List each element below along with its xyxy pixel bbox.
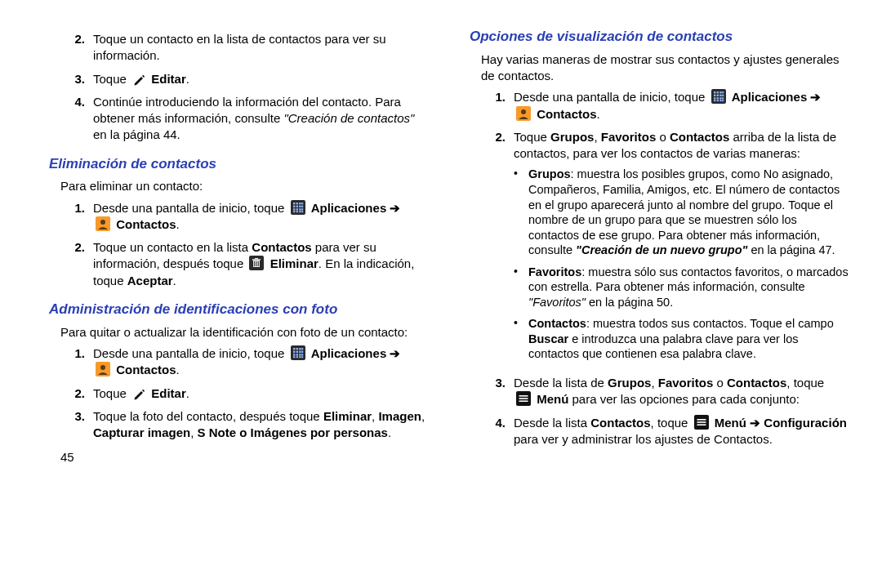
aplicaciones-label: Aplicaciones — [311, 346, 387, 360]
manual-page: 2. Toque un contacto en la lista de cont… — [0, 0, 882, 474]
step-text: Toque Editar. — [93, 385, 429, 402]
contactos-label: Contactos — [537, 107, 596, 121]
label: S Note o Imágenes por personas — [198, 425, 388, 439]
bullet-text: Grupos: muestra los posibles grupos, com… — [528, 167, 849, 257]
text: en la página 50. — [586, 296, 673, 309]
arrow: ➔ — [386, 346, 400, 360]
text: o — [656, 130, 670, 144]
text: e introduzca una palabra clave para ver … — [528, 332, 798, 361]
step-number: 2. — [49, 385, 93, 402]
text: en la página 47. — [747, 243, 835, 256]
label: Aceptar — [127, 274, 173, 287]
heading-admin: Administración de identificaciones con f… — [49, 301, 429, 319]
bullet-favoritos: • Favoritos: muestra sólo sus contactos … — [514, 265, 849, 310]
step-text: Toque un contacto en la lista Contactos … — [93, 239, 429, 289]
label: Contactos — [670, 130, 729, 144]
step-number: 4. — [470, 415, 514, 448]
step-number: 2. — [49, 239, 93, 289]
aplicaciones-label: Aplicaciones — [732, 90, 808, 104]
text: , — [651, 376, 657, 390]
step-text: Desde una pantalla de inicio, toque Apli… — [514, 89, 849, 122]
step-number: 3. — [49, 71, 93, 87]
contacts-icon — [96, 216, 110, 231]
step-text: Toque Editar. — [93, 71, 429, 87]
heading-eliminacion: Eliminación de contactos — [49, 155, 429, 174]
step-text: Desde una pantalla de inicio, toque Apli… — [93, 345, 429, 379]
reference: "Creación de un nuevo grupo" — [576, 243, 747, 256]
left-column: 2. Toque un contacto en la lista de cont… — [49, 28, 429, 466]
contactos-label: Contactos — [116, 217, 176, 231]
step-text: Desde una pantalla de inicio, toque Apli… — [93, 200, 429, 234]
text: Desde una pantalla de inicio, toque — [93, 346, 288, 360]
text: para ver y administrar los ajustes de Co… — [514, 432, 773, 446]
right-column: Opciones de visualización de contactos H… — [470, 28, 849, 466]
step-number: 1. — [49, 345, 93, 379]
step-number: 1. — [49, 200, 93, 234]
opt-step-2: 2. Toque Grupos, Favoritos o Contactos a… — [470, 129, 849, 368]
label: Contactos — [727, 376, 786, 390]
text: . — [173, 274, 176, 287]
text: , toque — [786, 376, 824, 390]
reference: "Creación de contactos" — [283, 111, 414, 125]
menu-label: Menú — [537, 392, 568, 406]
label: Capturar imagen — [93, 425, 190, 439]
arrow: ➔ — [386, 201, 400, 215]
text: , — [421, 409, 425, 423]
reference: "Favoritos" — [528, 296, 586, 309]
trash-icon — [249, 256, 264, 270]
bullet-grupos: • Grupos: muestra los posibles grupos, c… — [514, 167, 849, 257]
arrow: ➔ — [807, 90, 821, 104]
step-text: Continúe introduciendo la información de… — [93, 94, 429, 144]
aplicaciones-label: Aplicaciones — [311, 201, 387, 215]
admin-step-1: 1. Desde una pantalla de inicio, toque A… — [49, 345, 429, 379]
page-number: 45 — [60, 449, 429, 466]
arrow: ➔ — [746, 416, 764, 430]
label: Contactos — [528, 317, 586, 330]
opt2-bullets: • Grupos: muestra los posibles grupos, c… — [514, 167, 849, 362]
label: Configuración — [764, 416, 847, 430]
text: Toque la foto del contacto, después toqu… — [93, 409, 323, 423]
contactos-label: Contactos — [116, 363, 176, 376]
bullet-text: Favoritos: muestra sólo sus contactos fa… — [528, 265, 849, 310]
label: Eliminar — [270, 256, 318, 270]
apps-icon — [291, 345, 305, 360]
text: . — [597, 107, 600, 121]
step-number: 4. — [49, 94, 93, 144]
text: : muestra todos sus contactos. Toque el … — [586, 317, 834, 330]
contacts-icon — [516, 106, 531, 121]
step-number: 3. — [470, 375, 514, 408]
text: Toque — [93, 386, 130, 400]
text: para ver las opciones para cada conjunto… — [568, 392, 800, 406]
admin-step-2: 2. Toque Editar. — [49, 385, 429, 402]
label: Contactos — [590, 416, 650, 430]
step-text: Toque Grupos, Favoritos o Contactos arri… — [514, 129, 849, 368]
menu-label: Menú — [715, 416, 746, 430]
intro-text: Hay varias maneras de mostrar sus contac… — [481, 51, 849, 85]
editar-label: Editar — [151, 386, 186, 400]
text: Desde una pantalla de inicio, toque — [514, 90, 709, 104]
eliminacion-steps: 1. Desde una pantalla de inicio, toque A… — [49, 200, 429, 289]
step-text: Toque un contacto en la lista de contact… — [93, 31, 429, 65]
text: en la página 44. — [93, 127, 180, 141]
label: Favoritos — [601, 130, 657, 144]
step-2: 2. Toque un contacto en la lista de cont… — [49, 31, 429, 65]
opt-step-4: 4. Desde la lista Contactos, toque Menú … — [470, 415, 849, 448]
label: Buscar — [528, 332, 568, 345]
bullet-text: Contactos: muestra todos sus contactos. … — [528, 316, 849, 362]
elim-step-1: 1. Desde una pantalla de inicio, toque A… — [49, 200, 429, 234]
text: . — [388, 425, 391, 439]
label: Grupos — [550, 130, 594, 144]
menu-icon — [694, 415, 709, 430]
admin-step-3: 3. Toque la foto del contacto, después t… — [49, 408, 429, 442]
text: Toque — [514, 130, 550, 144]
step-number: 2. — [49, 31, 93, 65]
label: Favoritos — [528, 265, 581, 278]
label: Imagen — [378, 409, 421, 423]
label: Grupos — [608, 376, 651, 390]
intro-text: Para eliminar un contacto: — [60, 178, 429, 194]
label: Favoritos — [658, 376, 714, 390]
elim-step-2: 2. Toque un contacto en la lista Contact… — [49, 239, 429, 289]
text: o — [713, 376, 727, 390]
admin-steps: 1. Desde una pantalla de inicio, toque A… — [49, 345, 429, 441]
contacts-icon — [96, 362, 110, 376]
